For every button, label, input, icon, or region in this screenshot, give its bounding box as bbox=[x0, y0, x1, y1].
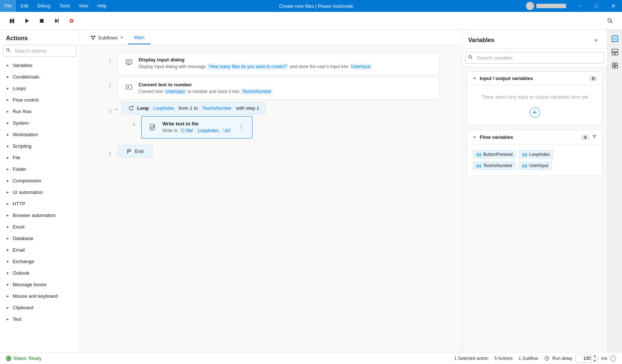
action-item-exchange[interactable]: ► Exchange bbox=[0, 256, 80, 267]
minimize-button[interactable]: − bbox=[571, 0, 588, 12]
action-item-text[interactable]: ► Text bbox=[0, 313, 80, 325]
action-item-label: Message boxes bbox=[13, 282, 47, 287]
menu-edit[interactable]: Edit bbox=[16, 0, 33, 12]
variables-close-button[interactable]: ✕ bbox=[591, 35, 601, 45]
status-text: Status: Ready bbox=[13, 356, 41, 361]
svg-rect-26 bbox=[612, 52, 615, 55]
run-button[interactable] bbox=[21, 15, 33, 27]
action-item-variables[interactable]: ► Variables bbox=[0, 60, 80, 71]
action-item-database[interactable]: ► Database bbox=[0, 233, 80, 244]
input-output-section: Input / output variables 0 There aren't … bbox=[467, 71, 603, 125]
step-2-content: Convert text to number Convert text User… bbox=[139, 82, 433, 95]
var-chip-user-input[interactable]: {x} UserInput bbox=[519, 162, 552, 170]
action-item-email[interactable]: ► Email bbox=[0, 244, 80, 256]
step-1-var2: UserInput bbox=[350, 64, 372, 70]
svg-text:{x}: {x} bbox=[613, 37, 617, 41]
chevron-right-icon: ► bbox=[6, 213, 10, 217]
titlebar: File Edit Debug Tools View Help Create n… bbox=[0, 0, 622, 12]
record-button[interactable] bbox=[66, 15, 77, 27]
menu-help[interactable]: Help bbox=[93, 0, 111, 12]
var-chip-label: UserInput bbox=[529, 163, 548, 168]
variables-search-input[interactable] bbox=[465, 52, 604, 64]
step-more-button[interactable]: ⋮ bbox=[237, 123, 246, 131]
menu-debug[interactable]: Debug bbox=[33, 0, 55, 12]
user-profile[interactable] bbox=[521, 2, 571, 10]
actions-search-input[interactable] bbox=[3, 45, 77, 57]
window-controls: − □ ✕ bbox=[521, 0, 622, 12]
var-chip-loop-index[interactable]: {x} LoopIndex bbox=[519, 150, 553, 159]
search-icon bbox=[6, 48, 10, 54]
next-step-button[interactable] bbox=[51, 15, 63, 27]
loop-collapse-button[interactable]: ⌄ bbox=[114, 105, 119, 111]
step-number-5: 5 bbox=[102, 145, 111, 156]
app-body: Actions ► Variables ► Conditionals bbox=[0, 12, 622, 364]
flow-step-1: 1 Display input dialo bbox=[102, 52, 439, 75]
step-4-desc: Write to 'C:\file' LoopIndex '.txt' bbox=[162, 128, 232, 134]
action-item-file[interactable]: ► File bbox=[0, 152, 80, 163]
menu-tools[interactable]: Tools bbox=[55, 0, 74, 12]
run-delay-down-button[interactable]: ▼ bbox=[592, 358, 598, 363]
svg-point-21 bbox=[469, 55, 472, 58]
var-chip-button-pressed[interactable]: {x} ButtonPressed bbox=[473, 150, 516, 159]
action-item-workstation[interactable]: ► Workstation bbox=[0, 129, 80, 140]
step-2-desc-mid: to number and store it into bbox=[186, 89, 241, 94]
menu-view[interactable]: View bbox=[74, 0, 93, 12]
chevron-right-icon: ► bbox=[6, 98, 10, 102]
action-item-browser-automation[interactable]: ► Browser automation bbox=[0, 210, 80, 221]
action-item-folder[interactable]: ► Folder bbox=[0, 163, 80, 175]
action-item-system[interactable]: ► System bbox=[0, 117, 80, 129]
action-item-conditionals[interactable]: ► Conditionals bbox=[0, 71, 80, 83]
run-delay-input[interactable]: 100 bbox=[576, 354, 591, 363]
action-item-compression[interactable]: ► Compression bbox=[0, 175, 80, 186]
subflow-count: 1 Subflow bbox=[518, 356, 538, 361]
chevron-right-icon: ► bbox=[6, 144, 10, 148]
selected-actions-count: 1 Selected action bbox=[454, 356, 488, 361]
action-item-label: HTTP bbox=[13, 201, 25, 207]
action-item-outlook[interactable]: ► Outlook bbox=[0, 267, 80, 279]
action-item-run-flow[interactable]: ► Run flow bbox=[0, 106, 80, 117]
chevron-right-icon: ► bbox=[6, 109, 10, 114]
flow-step-4: 4 bbox=[126, 116, 253, 139]
action-item-message-boxes[interactable]: ► Message boxes bbox=[0, 279, 80, 290]
search-button[interactable] bbox=[604, 15, 616, 27]
run-delay-info-icon[interactable]: i bbox=[610, 355, 616, 361]
input-output-section-header[interactable]: Input / output variables 0 bbox=[467, 72, 602, 85]
status-ready: Status: Ready bbox=[6, 356, 41, 361]
action-item-excel[interactable]: ► Excel bbox=[0, 221, 80, 233]
var-icon: {x} bbox=[522, 153, 527, 157]
var-chip-text-as-number[interactable]: {x} TextAsNumber bbox=[473, 162, 516, 170]
flow-variables-section-header[interactable]: Flow variables 4 bbox=[467, 130, 602, 144]
tab-main[interactable]: Main bbox=[128, 31, 150, 44]
filter-icon[interactable] bbox=[592, 134, 597, 140]
action-item-flow-control[interactable]: ► Flow control bbox=[0, 94, 80, 106]
side-icon-assets[interactable] bbox=[609, 46, 621, 58]
menu-file[interactable]: File bbox=[0, 0, 16, 12]
step-1-desc-prefix: Display input dialog with message bbox=[139, 64, 207, 69]
side-icon-other[interactable] bbox=[609, 60, 621, 71]
add-variable-button[interactable]: + bbox=[530, 107, 540, 118]
maximize-button[interactable]: □ bbox=[588, 0, 605, 12]
variables-header: Variables ✕ bbox=[462, 30, 607, 49]
action-item-loops[interactable]: ► Loops bbox=[0, 83, 80, 94]
titlebar-menu: File Edit Debug Tools View Help bbox=[0, 0, 111, 12]
step-card-2[interactable]: Convert text to number Convert text User… bbox=[117, 77, 439, 100]
run-delay-up-button[interactable]: ▲ bbox=[592, 354, 598, 358]
subflows-button[interactable]: Subflows bbox=[86, 31, 128, 44]
close-button[interactable]: ✕ bbox=[605, 0, 622, 12]
variables-body: Input / output variables 0 There aren't … bbox=[462, 67, 607, 352]
side-icon-variables[interactable]: {x} bbox=[609, 33, 621, 45]
step-card-4[interactable]: Write text to file Write to 'C:\file' Lo… bbox=[141, 116, 253, 139]
action-item-scripting[interactable]: ► Scripting bbox=[0, 140, 80, 152]
action-item-label: Flow control bbox=[13, 97, 39, 103]
action-item-mouse-keyboard[interactable]: ► Mouse and keyboard bbox=[0, 290, 80, 302]
step-card-1[interactable]: Display input dialog Display input dialo… bbox=[117, 52, 439, 75]
stop-button[interactable] bbox=[36, 15, 48, 27]
loop-header[interactable]: Loop LoopIndex from 1 to TextAsNumber wi… bbox=[122, 102, 266, 115]
action-item-http[interactable]: ► HTTP bbox=[0, 198, 80, 210]
end-card[interactable]: End bbox=[117, 145, 153, 157]
save-button[interactable] bbox=[6, 15, 18, 27]
action-item-clipboard[interactable]: ► Clipboard bbox=[0, 302, 80, 313]
chevron-right-icon: ► bbox=[6, 167, 10, 171]
svg-rect-29 bbox=[615, 63, 618, 65]
action-item-ui-automation[interactable]: ► UI automation bbox=[0, 186, 80, 198]
